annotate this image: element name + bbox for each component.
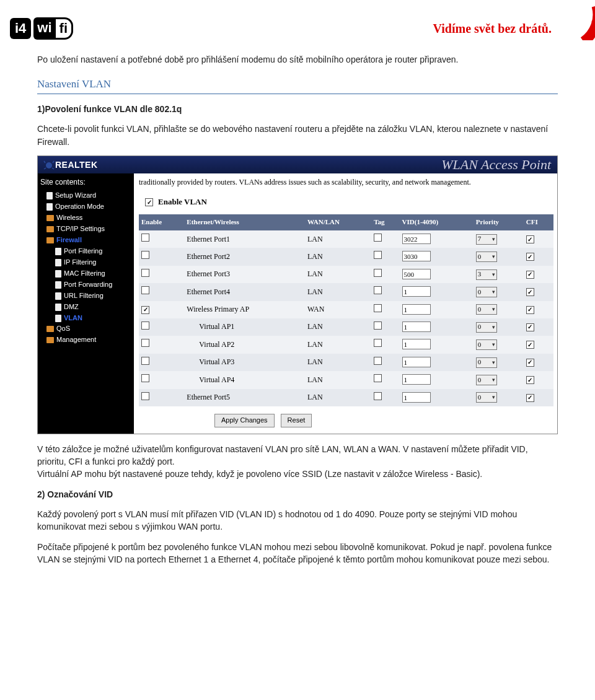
vid-input[interactable]: 500 [402, 269, 431, 279]
sub2-a: Každý povolený port s VLAN musí mít přiř… [37, 508, 558, 533]
sidebar-item-label: IP Filtering [64, 258, 96, 268]
priority-select[interactable]: 0 [476, 375, 497, 385]
tag-checkbox[interactable] [374, 234, 382, 242]
vid-input[interactable]: 1 [402, 392, 431, 403]
page-header: i4 wi fi Vidíme svět bez drátů. [0, 0, 595, 46]
sidebar-item-label: MAC Filtering [64, 269, 105, 279]
enable-checkbox[interactable] [141, 392, 149, 400]
folder-icon [46, 226, 54, 232]
sidebar-item-firewall[interactable]: Firewall [40, 235, 131, 246]
cfi-checkbox[interactable] [526, 323, 534, 331]
cfi-checkbox[interactable] [526, 359, 534, 367]
sidebar-item-vlan[interactable]: VLAN [40, 313, 131, 324]
vid-input[interactable]: 1 [402, 286, 431, 297]
wanlan-cell: LAN [305, 336, 371, 353]
enable-checkbox[interactable] [141, 357, 149, 365]
priority-select[interactable]: 0 [476, 357, 497, 368]
enable-checkbox[interactable] [141, 269, 149, 277]
enable-checkbox[interactable] [141, 251, 149, 259]
document-body: Po uložení nastavení a potřebné době pro… [0, 53, 595, 566]
enable-vlan-label: Enable VLAN [158, 196, 207, 208]
table-row: Ethernet Port3LAN5003 [139, 266, 553, 283]
cfi-checkbox[interactable] [526, 376, 534, 384]
enable-checkbox[interactable] [141, 306, 149, 314]
tag-checkbox[interactable] [374, 269, 382, 277]
sub2-title: 2) Označování VID [37, 488, 558, 501]
table-row: Ethernet Port4LAN10 [139, 283, 553, 300]
cfi-checkbox[interactable] [526, 394, 534, 402]
cfi-checkbox[interactable] [526, 253, 534, 261]
priority-select[interactable]: 0 [476, 252, 497, 262]
sidebar-item-operation-mode[interactable]: Operation Mode [40, 201, 131, 212]
cfi-checkbox[interactable] [526, 235, 534, 243]
wanlan-cell: LAN [305, 283, 371, 300]
page-icon [55, 248, 61, 255]
priority-select[interactable]: 0 [476, 322, 497, 333]
vid-input[interactable]: 3030 [402, 251, 431, 261]
cfi-checkbox[interactable] [526, 306, 534, 314]
priority-select[interactable]: 0 [476, 287, 497, 297]
tag-checkbox[interactable] [374, 322, 382, 330]
tag-checkbox[interactable] [374, 251, 382, 259]
priority-select[interactable]: 0 [476, 304, 497, 315]
wanlan-cell: LAN [305, 371, 371, 388]
sidebar-item-label: Setup Wizard [55, 191, 96, 201]
page-icon [55, 259, 61, 266]
sidebar-item-port-forwarding[interactable]: Port Forwarding [40, 279, 131, 291]
col-wan-lan: WAN/LAN [305, 214, 371, 230]
reset-button[interactable]: Reset [281, 414, 312, 427]
vid-input[interactable]: 1 [402, 374, 431, 385]
enable-vlan-checkbox[interactable] [145, 198, 153, 206]
sidebar-item-label: Port Filtering [64, 247, 102, 256]
vid-input[interactable]: 1 [402, 339, 431, 349]
sidebar-item-management[interactable]: Management [40, 335, 131, 346]
sidebar-item-port-filtering[interactable]: Port Filtering [40, 246, 131, 257]
vid-input[interactable]: 1 [402, 322, 431, 332]
sidebar-item-mac-filtering[interactable]: MAC Filtering [40, 268, 131, 279]
main-panel: traditionally provided by routers. VLANs… [134, 173, 557, 434]
tag-checkbox[interactable] [374, 374, 382, 382]
tag-checkbox[interactable] [374, 286, 382, 294]
sidebar-item-url-filtering[interactable]: URL Filtering [40, 291, 131, 302]
enable-checkbox[interactable] [141, 322, 149, 330]
priority-select[interactable]: 7 [476, 234, 497, 245]
table-row: Virtual AP3LAN10 [139, 354, 553, 371]
vid-input[interactable]: 1 [402, 304, 431, 315]
folder-icon [46, 337, 54, 343]
vid-input[interactable]: 3022 [402, 234, 431, 244]
port-name: Ethernet Port1 [184, 230, 305, 248]
tag-checkbox[interactable] [374, 339, 382, 347]
priority-select[interactable]: 0 [476, 392, 497, 403]
enable-checkbox[interactable] [141, 234, 149, 242]
port-name: Ethernet Port2 [184, 248, 305, 265]
sidebar-item-wireless[interactable]: Wireless [40, 212, 131, 224]
sidebar-item-tcp-ip-settings[interactable]: TCP/IP Settings [40, 224, 131, 235]
table-row: Wireless Primary APWAN10 [139, 301, 553, 318]
sidebar-item-label: DMZ [64, 302, 79, 312]
wanlan-cell: LAN [305, 389, 371, 406]
sidebar: Site contents: Setup WizardOperation Mod… [38, 173, 134, 434]
after-shot-para: V této záložce je možné uživatelům konfi… [37, 443, 558, 481]
cfi-checkbox[interactable] [526, 288, 534, 296]
port-name: Virtual AP4 [184, 371, 305, 388]
enable-checkbox[interactable] [141, 339, 149, 347]
port-name: Virtual AP1 [184, 318, 305, 336]
col-ethernet-wireless: Ethernet/Wireless [184, 214, 305, 230]
enable-checkbox[interactable] [141, 286, 149, 294]
priority-select[interactable]: 0 [476, 339, 497, 350]
enable-checkbox[interactable] [141, 374, 149, 382]
sidebar-item-label: QoS [56, 324, 70, 334]
apply-button[interactable]: Apply Changes [214, 414, 275, 427]
priority-select[interactable]: 3 [476, 269, 497, 280]
sidebar-item-dmz[interactable]: DMZ [40, 302, 131, 313]
sidebar-item-setup-wizard[interactable]: Setup Wizard [40, 190, 131, 201]
tag-checkbox[interactable] [374, 304, 382, 312]
sidebar-item-ip-filtering[interactable]: IP Filtering [40, 257, 131, 268]
tag-checkbox[interactable] [374, 392, 382, 400]
table-row: Ethernet Port5LAN10 [139, 389, 553, 406]
cfi-checkbox[interactable] [526, 271, 534, 279]
tag-checkbox[interactable] [374, 357, 382, 365]
vid-input[interactable]: 1 [402, 357, 431, 367]
cfi-checkbox[interactable] [526, 341, 534, 349]
sidebar-item-qos[interactable]: QoS [40, 323, 131, 335]
